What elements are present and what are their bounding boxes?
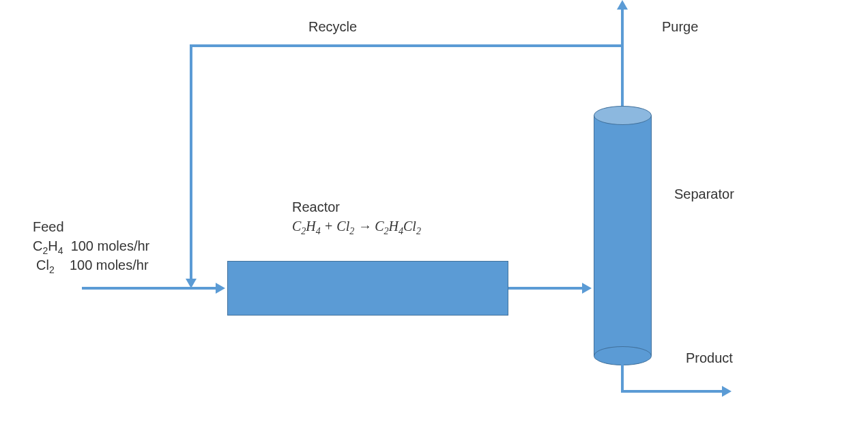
feed-rate2: 100 moles/hr (70, 257, 149, 273)
separator-body (594, 115, 652, 356)
recycle-hline (190, 44, 622, 47)
feed-line (82, 287, 217, 290)
reactor-title: Reactor (292, 197, 340, 216)
feed-species1: C2H4 (33, 238, 63, 253)
product-hline (621, 390, 723, 393)
reactor-out-arrowhead (582, 283, 592, 294)
purge-line (621, 8, 624, 107)
separator-label: Separator (674, 184, 734, 204)
recycle-arrowhead (186, 279, 197, 288)
separator-shape (594, 106, 652, 365)
rxn-product: C2H4Cl2 (375, 219, 421, 234)
feed-arrowhead (216, 283, 225, 294)
reactor-shape (227, 261, 508, 316)
purge-label: Purge (662, 17, 698, 36)
rxn-arrow: → (354, 219, 375, 234)
feed-title: Feed (33, 217, 64, 236)
recycle-vline (190, 44, 192, 280)
recycle-label: Recycle (308, 17, 357, 36)
feed-line1: C2H4 100 moles/hr (33, 236, 149, 258)
product-label: Product (686, 348, 733, 367)
separator-top-ellipse (594, 106, 652, 125)
reactant2: Cl2 (336, 219, 354, 234)
feed-species2: Cl2 (36, 257, 55, 273)
plus: + (321, 219, 337, 234)
feed-line2: Cl2 100 moles/hr (36, 255, 149, 277)
product-vline (621, 362, 624, 393)
reaction-equation: C2H4 + Cl2 → C2H4Cl2 (292, 216, 421, 238)
purge-arrowhead (617, 0, 628, 10)
reactant1: C2H4 (292, 219, 321, 234)
product-arrowhead (722, 386, 732, 397)
feed-rate1: 100 moles/hr (71, 238, 150, 253)
reactor-out-line (508, 287, 583, 290)
